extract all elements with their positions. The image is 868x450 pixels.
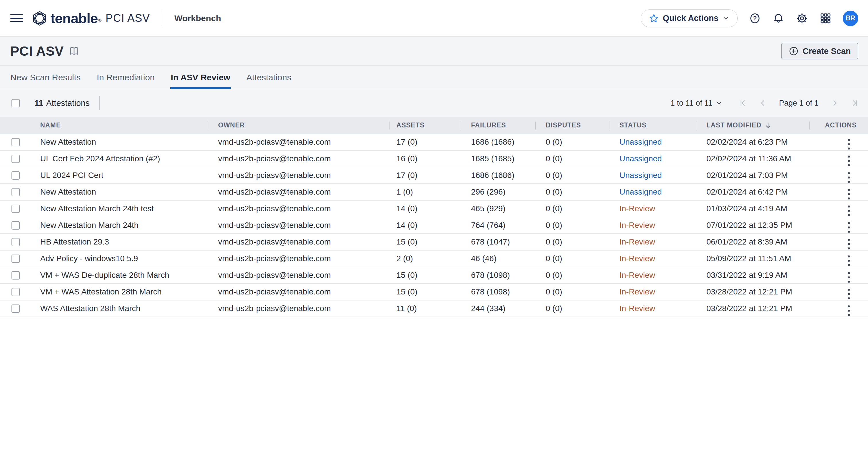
attestation-count-number: 11 <box>34 98 43 108</box>
row-checkbox[interactable] <box>11 221 20 230</box>
table-row[interactable]: UL Cert Feb 2024 Attestation (#2) vmd-us… <box>0 151 868 167</box>
cell-owner: vmd-us2b-pciasv@tenable.com <box>208 304 389 313</box>
table-row[interactable]: VM + WAS De-duplicate 28th March vmd-us2… <box>0 267 868 284</box>
column-header-last-modified[interactable]: LAST MODIFIED <box>696 121 809 129</box>
row-actions-kebab-icon[interactable] <box>847 304 851 317</box>
cell-failures: 678 (1047) <box>461 237 535 247</box>
cell-name: VM + WAS Attestation 28th March <box>40 287 208 296</box>
column-header-failures[interactable]: FAILURES <box>461 121 535 129</box>
table-row[interactable]: New Attestation March 24th test vmd-us2b… <box>0 201 868 217</box>
row-actions-kebab-icon[interactable] <box>847 237 851 251</box>
column-header-status[interactable]: STATUS <box>609 121 696 129</box>
column-header-disputes[interactable]: DISPUTES <box>535 121 609 129</box>
row-actions-kebab-icon[interactable] <box>847 271 851 284</box>
table-row[interactable]: Adv Policy - windows10 5.9 vmd-us2b-pcia… <box>0 251 868 267</box>
registered-mark: ® <box>98 18 102 23</box>
first-page-icon[interactable] <box>739 99 747 107</box>
row-checkbox[interactable] <box>11 188 20 196</box>
row-checkbox[interactable] <box>11 271 20 280</box>
row-checkbox[interactable] <box>11 171 20 180</box>
last-page-icon[interactable] <box>851 99 859 107</box>
cell-name: UL Cert Feb 2024 Attestation (#2) <box>40 154 208 163</box>
cell-assets: 15 (0) <box>389 287 461 296</box>
documentation-book-icon[interactable] <box>68 45 80 57</box>
cell-last-modified: 03/28/2022 at 12:21 PM <box>696 287 809 296</box>
cell-owner: vmd-us2b-pciasv@tenable.com <box>208 221 389 230</box>
row-actions-kebab-icon[interactable] <box>847 288 851 300</box>
rows-range-dropdown[interactable]: 1 to 11 of 11 <box>671 99 722 108</box>
row-checkbox[interactable] <box>11 155 20 163</box>
avatar-initials: BR <box>846 14 855 22</box>
row-actions-kebab-icon[interactable] <box>847 138 851 151</box>
row-checkbox[interactable] <box>11 238 20 246</box>
status-link[interactable]: Unassigned <box>619 137 662 147</box>
tab-attestations[interactable]: Attestations <box>246 66 291 89</box>
cell-assets: 15 (0) <box>389 270 461 280</box>
row-actions-kebab-icon[interactable] <box>847 221 851 234</box>
status-link[interactable]: In-Review <box>619 254 655 263</box>
table-row[interactable]: VM + WAS Attestation 28th March vmd-us2b… <box>0 284 868 300</box>
cell-disputes: 0 (0) <box>535 154 609 163</box>
previous-page-icon[interactable] <box>759 99 767 107</box>
cell-disputes: 0 (0) <box>535 221 609 230</box>
column-header-assets[interactable]: ASSETS <box>389 121 461 129</box>
notifications-bell-icon[interactable] <box>772 12 785 25</box>
tab-in-remediation[interactable]: In Remediation <box>97 66 155 89</box>
sort-descending-icon <box>764 122 772 129</box>
hamburger-menu-icon[interactable] <box>10 12 23 25</box>
row-checkbox[interactable] <box>11 304 20 313</box>
cell-owner: vmd-us2b-pciasv@tenable.com <box>208 254 389 263</box>
status-link[interactable]: Unassigned <box>619 154 662 163</box>
apps-grid-icon[interactable] <box>819 12 832 25</box>
table-row[interactable]: New Attestation vmd-us2b-pciasv@tenable.… <box>0 134 868 151</box>
cell-failures: 1685 (1685) <box>461 154 535 163</box>
row-checkbox[interactable] <box>11 138 20 147</box>
status-link[interactable]: In-Review <box>619 304 655 313</box>
plus-circle-icon <box>789 46 799 56</box>
table-row[interactable]: New Attestation March 24th vmd-us2b-pcia… <box>0 217 868 234</box>
rows-range-label: 1 to 11 of 11 <box>671 99 712 108</box>
settings-gear-icon[interactable] <box>796 12 808 25</box>
next-page-icon[interactable] <box>831 99 839 107</box>
tenable-logo[interactable]: tenable ® PCI ASV <box>32 10 150 26</box>
chevron-down-icon <box>716 100 722 106</box>
status-link[interactable]: In-Review <box>619 204 655 213</box>
tab-new-scan-results[interactable]: New Scan Results <box>10 66 81 89</box>
row-checkbox[interactable] <box>11 205 20 213</box>
table-row[interactable]: New Attestation vmd-us2b-pciasv@tenable.… <box>0 184 868 201</box>
status-link[interactable]: In-Review <box>619 270 655 280</box>
create-scan-button[interactable]: Create Scan <box>781 43 858 59</box>
row-actions-kebab-icon[interactable] <box>847 204 851 217</box>
create-scan-label: Create Scan <box>803 46 851 56</box>
help-icon[interactable]: ? <box>749 12 761 25</box>
status-link[interactable]: In-Review <box>619 287 655 296</box>
column-header-name[interactable]: NAME <box>40 121 208 129</box>
row-actions-kebab-icon[interactable] <box>847 254 851 267</box>
cell-owner: vmd-us2b-pciasv@tenable.com <box>208 270 389 280</box>
brand-wordmark: tenable <box>51 10 98 26</box>
cell-owner: vmd-us2b-pciasv@tenable.com <box>208 237 389 247</box>
user-avatar[interactable]: BR <box>843 11 858 26</box>
status-link[interactable]: In-Review <box>619 237 655 246</box>
cell-last-modified: 06/01/2022 at 8:39 AM <box>696 237 809 247</box>
table-row[interactable]: HB Attestation 29.3 vmd-us2b-pciasv@tena… <box>0 234 868 251</box>
cell-assets: 15 (0) <box>389 237 461 247</box>
cell-name: New Attestation March 24th test <box>40 204 208 213</box>
select-all-checkbox[interactable] <box>11 99 20 107</box>
table-row[interactable]: UL 2024 PCI Cert vmd-us2b-pciasv@tenable… <box>0 167 868 184</box>
row-actions-kebab-icon[interactable] <box>847 171 851 184</box>
cell-owner: vmd-us2b-pciasv@tenable.com <box>208 154 389 163</box>
cell-failures: 465 (929) <box>461 204 535 213</box>
status-link[interactable]: Unassigned <box>619 171 662 180</box>
row-checkbox[interactable] <box>11 255 20 263</box>
quick-actions-button[interactable]: Quick Actions <box>641 9 738 27</box>
row-actions-kebab-icon[interactable] <box>847 154 851 167</box>
tab-in-asv-review[interactable]: In ASV Review <box>171 66 230 89</box>
table-row[interactable]: WAS Attestation 28th March vmd-us2b-pcia… <box>0 300 868 317</box>
row-actions-kebab-icon[interactable] <box>847 188 851 201</box>
cell-name: New Attestation March 24th <box>40 221 208 230</box>
status-link[interactable]: In-Review <box>619 221 655 230</box>
row-checkbox[interactable] <box>11 288 20 296</box>
status-link[interactable]: Unassigned <box>619 187 662 196</box>
column-header-owner[interactable]: OWNER <box>208 121 389 129</box>
